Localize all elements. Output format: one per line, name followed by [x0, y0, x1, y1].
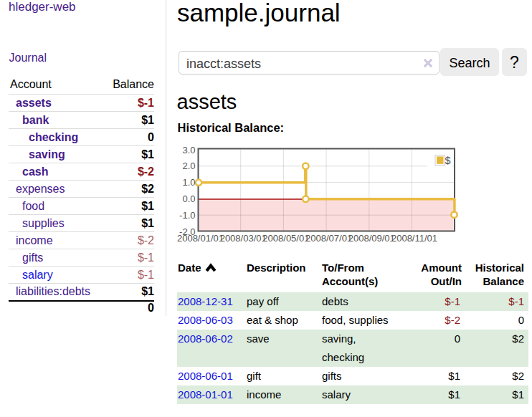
svg-text:1.0: 1.0	[182, 177, 195, 188]
svg-text:3.0: 3.0	[182, 145, 195, 155]
svg-text:2008/07/01: 2008/07/01	[305, 233, 352, 244]
svg-text:2008/09/01: 2008/09/01	[348, 233, 395, 244]
svg-text:-1.0: -1.0	[179, 210, 195, 221]
svg-text:2008/05/01: 2008/05/01	[262, 233, 309, 244]
svg-text:2008/11/01: 2008/11/01	[391, 233, 437, 244]
svg-text:2.0: 2.0	[182, 160, 195, 171]
svg-text:$: $	[445, 155, 451, 166]
svg-text:2008/03/01: 2008/03/01	[220, 233, 267, 244]
svg-text:2008/01/01: 2008/01/01	[177, 233, 224, 244]
svg-text:0.0: 0.0	[182, 193, 195, 204]
